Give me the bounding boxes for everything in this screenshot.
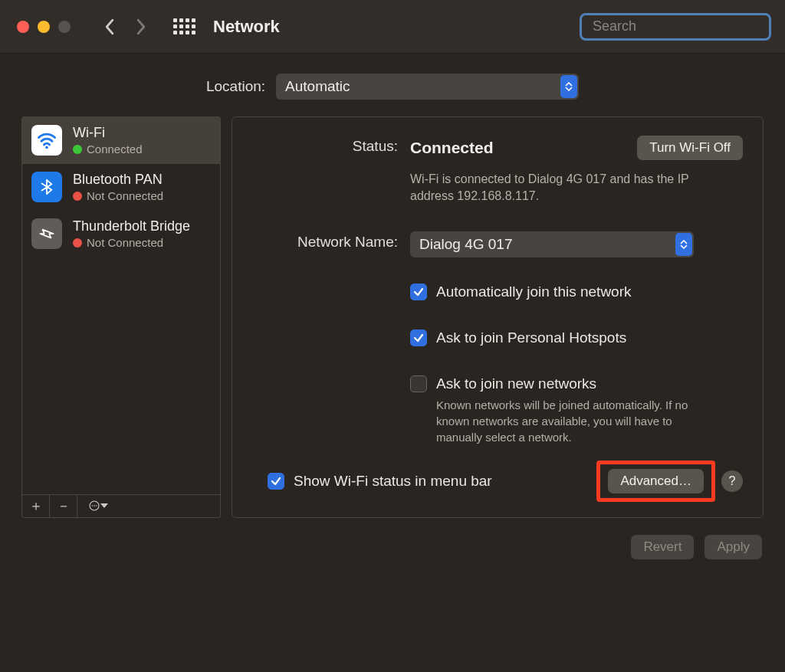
checkbox-auto-join[interactable]: Automatically join this network <box>410 284 743 300</box>
status-description: Wi-Fi is connected to Dialog 4G 017 and … <box>410 171 709 205</box>
ellipsis-circle-icon <box>88 500 100 512</box>
network-name-label: Network Name: <box>252 231 398 445</box>
location-stepper-icon <box>560 75 577 98</box>
sidebar-item-wifi[interactable]: Wi-Fi Connected <box>22 117 220 164</box>
traffic-lights <box>17 21 71 33</box>
add-interface-button[interactable]: ＋ <box>22 495 50 517</box>
sidebar-actions: ＋ － <box>22 494 220 517</box>
sidebar-item-status: Not Connected <box>87 189 163 202</box>
interface-list: Wi-Fi Connected Bluetooth PAN Not Connec… <box>22 117 220 494</box>
chevron-down-icon <box>100 503 108 508</box>
checkbox-ask-new-networks[interactable]: Ask to join new networks Known networks … <box>410 375 743 445</box>
svg-point-4 <box>92 505 94 506</box>
search-field[interactable] <box>580 13 771 41</box>
checkbox-help-text: Known networks will be joined automatica… <box>436 397 712 445</box>
sidebar-item-status: Not Connected <box>87 236 163 249</box>
checkbox-label: Ask to join Personal Hotspots <box>436 329 743 346</box>
checkbox-label: Automatically join this network <box>436 284 743 300</box>
network-stepper-icon <box>675 233 692 256</box>
sidebar-item-name: Thunderbolt Bridge <box>73 218 190 234</box>
network-name-select[interactable]: Dialog 4G 017 <box>410 231 694 257</box>
nav-forward-button[interactable] <box>129 15 153 39</box>
checkbox-label: Ask to join new networks <box>436 375 743 392</box>
svg-point-5 <box>94 505 95 506</box>
sidebar-menu-button[interactable] <box>77 495 111 517</box>
location-label: Location: <box>206 78 265 95</box>
nav-back-button[interactable] <box>97 15 121 39</box>
sidebar-item-status: Connected <box>87 143 143 156</box>
interface-sidebar: Wi-Fi Connected Bluetooth PAN Not Connec… <box>21 116 221 518</box>
checkbox-icon <box>410 375 427 392</box>
advanced-highlight: Advanced… <box>596 461 715 502</box>
sidebar-item-name: Bluetooth PAN <box>73 172 163 188</box>
sidebar-item-bluetooth-pan[interactable]: Bluetooth PAN Not Connected <box>22 164 220 211</box>
close-window-button[interactable] <box>17 21 29 33</box>
location-value: Automatic <box>285 78 350 95</box>
checkbox-icon <box>410 284 427 300</box>
revert-button[interactable]: Revert <box>631 535 694 559</box>
show-all-prefs-button[interactable] <box>172 15 196 39</box>
window-footer: Revert Apply <box>0 518 785 559</box>
sidebar-item-thunderbolt-bridge[interactable]: Thunderbolt Bridge Not Connected <box>22 211 220 257</box>
status-label: Status: <box>252 136 398 205</box>
apply-button[interactable]: Apply <box>705 535 762 559</box>
location-row: Location: Automatic <box>0 54 785 116</box>
svg-point-2 <box>45 146 48 149</box>
sidebar-item-name: Wi-Fi <box>73 125 143 141</box>
checkbox-icon <box>268 473 284 490</box>
wifi-toggle-button[interactable]: Turn Wi-Fi Off <box>637 136 743 160</box>
checkbox-label: Show Wi-Fi status in menu bar <box>294 473 492 490</box>
status-value: Connected <box>410 139 494 157</box>
remove-interface-button[interactable]: － <box>50 495 77 517</box>
status-dot-icon <box>73 145 82 154</box>
checkbox-show-menubar[interactable]: Show Wi-Fi status in menu bar <box>268 473 492 490</box>
minimize-window-button[interactable] <box>38 21 50 33</box>
zoom-window-button[interactable] <box>58 21 71 33</box>
checkbox-icon <box>410 329 427 346</box>
location-select[interactable]: Automatic <box>276 74 579 100</box>
bluetooth-icon <box>31 172 62 202</box>
titlebar: Network <box>0 0 785 54</box>
svg-point-6 <box>96 505 97 506</box>
search-input[interactable] <box>593 18 770 34</box>
network-name-value: Dialog 4G 017 <box>419 236 512 253</box>
checkbox-ask-hotspots[interactable]: Ask to join Personal Hotspots <box>410 329 743 346</box>
advanced-button[interactable]: Advanced… <box>608 469 704 493</box>
status-dot-icon <box>73 238 82 247</box>
help-button[interactable]: ? <box>721 470 743 492</box>
detail-panel: Status: Connected Turn Wi-Fi Off Wi-Fi i… <box>232 116 764 518</box>
status-dot-icon <box>73 192 82 201</box>
wifi-icon <box>31 125 62 156</box>
thunderbolt-icon <box>31 218 62 249</box>
window-title: Network <box>213 17 280 37</box>
